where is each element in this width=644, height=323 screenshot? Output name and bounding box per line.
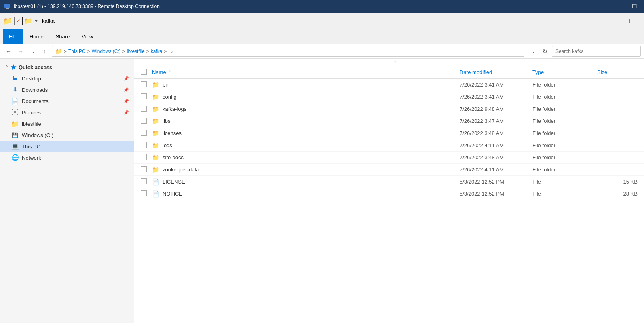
back-button[interactable]: ← (3, 46, 14, 57)
row-checkbox-3[interactable] (141, 118, 147, 124)
path-part-windows[interactable]: Windows (C:) (92, 49, 121, 54)
row-checkbox-9[interactable] (141, 190, 147, 196)
sidebar-item-pictures[interactable]: 🖼 Pictures 📌 (0, 107, 134, 118)
svg-rect-2 (6, 8, 9, 9)
table-row[interactable]: 📁 kafka-logs 7/26/2022 9:48 AM File fold… (134, 103, 644, 115)
network-icon: 🌐 (11, 154, 19, 161)
path-sep-1: > (64, 49, 67, 54)
recent-button[interactable]: ⌄ (27, 46, 38, 57)
header-name[interactable]: Name ⌃ (152, 69, 460, 75)
row-checkbox-7[interactable] (141, 166, 147, 172)
sidebar-label-documents: Documents (22, 98, 120, 104)
row-checkbox-6[interactable] (141, 154, 147, 160)
row-checkbox-8[interactable] (141, 178, 147, 184)
name-column-header[interactable]: Name ⌃ (152, 69, 460, 75)
path-part-thispc[interactable]: This PC (68, 49, 86, 54)
row-checkbox-4[interactable] (141, 130, 147, 136)
refresh-button[interactable]: ⌄ (528, 46, 538, 57)
row-checkbox-1[interactable] (141, 93, 147, 99)
tab-view[interactable]: View (76, 29, 99, 44)
table-row[interactable]: 📁 config 7/26/2022 3:41 AM File folder (134, 91, 644, 103)
maximize-button[interactable]: ☐ (629, 2, 640, 11)
file-name-8: LICENSE (163, 179, 460, 185)
quick-access-toolbar: 📁 ✓ 📁 ▼ kafka (3, 17, 55, 25)
date-column-header[interactable]: Date modified (460, 69, 532, 75)
search-input[interactable] (552, 46, 641, 57)
size-column-header[interactable]: Size (597, 69, 638, 75)
undo-button[interactable]: ✓ (14, 17, 23, 25)
file-icon-2: 📁 (152, 106, 159, 113)
row-size-cell: 15 KB (597, 179, 638, 185)
sidebar-item-documents[interactable]: 📄 Documents 📌 (0, 95, 134, 107)
select-all-checkbox[interactable] (141, 69, 147, 75)
row-date-cell: 7/26/2022 3:48 AM (460, 154, 532, 160)
content-area: ⌃ ★ Quick access 🖥 Desktop 📌 ⬇ Downloads… (0, 59, 644, 323)
pin-dropdown[interactable]: ▼ (34, 19, 38, 23)
downloads-icon: ⬇ (11, 86, 19, 93)
file-icon-7: 📁 (152, 166, 159, 173)
file-icon-6: 📁 (152, 154, 159, 161)
table-row[interactable]: 📁 zookeeper-data 7/26/2022 4:11 AM File … (134, 164, 644, 176)
header-date[interactable]: Date modified (460, 69, 532, 75)
row-name-cell: 📁 kafka-logs (152, 106, 460, 113)
row-checkbox-0[interactable] (141, 81, 147, 87)
window-maximize-button[interactable]: □ (622, 15, 641, 27)
forward-button[interactable]: → (15, 46, 26, 57)
pin-icon-documents: 📌 (123, 99, 129, 104)
ribbon: File Home Share View (0, 29, 644, 44)
row-checkbox-cell (141, 106, 152, 113)
table-row[interactable]: 📁 site-docs 7/26/2022 3:48 AM File folde… (134, 152, 644, 164)
file-icon-3: 📁 (152, 118, 159, 125)
sidebar-item-downloads[interactable]: ⬇ Downloads 📌 (0, 84, 134, 95)
sidebar-item-windows-c[interactable]: 💾 Windows (C:) (0, 129, 134, 141)
sort-up-arrow: ⌃ (393, 61, 397, 65)
row-type-cell: File folder (532, 130, 597, 136)
type-column-header[interactable]: Type (532, 69, 597, 75)
file-name-0: bin (163, 82, 460, 88)
tab-file[interactable]: File (3, 29, 23, 44)
row-checkbox-2[interactable] (141, 106, 147, 112)
desktop-icon: 🖥 (11, 75, 19, 82)
table-row[interactable]: 📁 logs 7/26/2022 4:11 AM File folder (134, 139, 644, 152)
tab-home[interactable]: Home (24, 29, 49, 44)
tab-share[interactable]: Share (50, 29, 76, 44)
header-size[interactable]: Size (597, 69, 638, 75)
window-title-bar: 📁 ✓ 📁 ▼ kafka ─ □ (0, 13, 644, 29)
row-date-cell: 7/26/2022 4:11 AM (460, 167, 532, 173)
table-row[interactable]: 📁 libs 7/26/2022 3:47 AM File folder (134, 115, 644, 127)
sidebar-item-this-pc[interactable]: 💻 This PC (0, 141, 134, 152)
row-date-cell: 7/26/2022 3:47 AM (460, 118, 532, 124)
sidebar-item-lbtestfile[interactable]: 📁 lbtestfile (0, 118, 134, 129)
pin-icon-downloads: 📌 (123, 87, 129, 93)
row-name-cell: 📁 zookeeper-data (152, 166, 460, 173)
quick-access-star-icon: ★ (11, 63, 16, 71)
row-date-cell: 7/26/2022 3:48 AM (460, 130, 532, 136)
path-part-lbtestfile[interactable]: lbtestfile (127, 49, 145, 54)
up-button[interactable]: ↑ (40, 46, 50, 57)
table-row[interactable]: 📁 bin 7/26/2022 3:41 AM File folder (134, 79, 644, 91)
header-type[interactable]: Type (532, 69, 597, 75)
file-list-header: Name ⌃ Date modified Type Size (134, 66, 644, 79)
window-minimize-button[interactable]: ─ (604, 15, 622, 27)
row-date-cell: 5/3/2022 12:52 PM (460, 191, 532, 197)
row-name-cell: 📁 licenses (152, 130, 460, 137)
sidebar-item-desktop[interactable]: 🖥 Desktop 📌 (0, 73, 134, 84)
row-name-cell: 📁 site-docs (152, 154, 460, 161)
row-checkbox-5[interactable] (141, 142, 147, 148)
row-name-cell: 📁 bin (152, 81, 460, 89)
minimize-button[interactable]: — (616, 2, 627, 11)
row-checkbox-cell (141, 118, 152, 125)
path-part-kafka[interactable]: kafka (151, 49, 163, 54)
svg-rect-1 (6, 8, 8, 8)
table-row[interactable]: 📄 LICENSE 5/3/2022 12:52 PM File 15 KB (134, 176, 644, 188)
path-folder-icon: 📁 (55, 48, 62, 55)
sidebar-item-network[interactable]: 🌐 Network (0, 152, 134, 163)
row-date-cell: 7/26/2022 9:48 AM (460, 106, 532, 112)
sidebar-section-quick-access[interactable]: ⌃ ★ Quick access (0, 62, 134, 73)
table-row[interactable]: 📁 licenses 7/26/2022 3:48 AM File folder (134, 127, 644, 139)
row-size-cell: 28 KB (597, 191, 638, 197)
table-row[interactable]: 📄 NOTICE 5/3/2022 12:52 PM File 28 KB (134, 188, 644, 200)
file-icon-8: 📄 (152, 178, 159, 186)
reload-button[interactable]: ↻ (540, 46, 550, 57)
address-path-box[interactable]: 📁 > This PC > Windows (C:) > lbtestfile … (52, 46, 524, 57)
